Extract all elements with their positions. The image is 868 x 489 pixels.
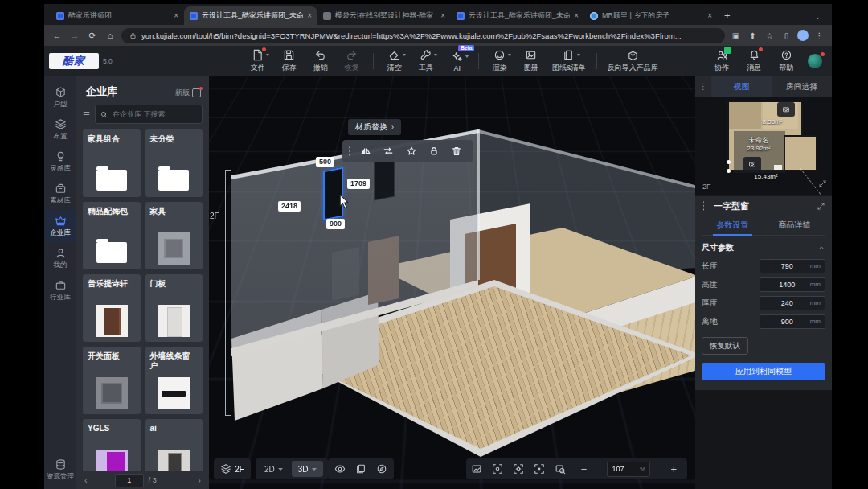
library-card[interactable]: YGLS <box>83 419 141 471</box>
rail-item-layout[interactable]: 布置 <box>44 113 76 146</box>
save-button[interactable]: 保存 <box>279 49 300 73</box>
category-list-icon[interactable]: ☰ <box>83 110 90 119</box>
swap-button[interactable] <box>377 146 399 157</box>
rail-item-enterprise[interactable]: 企业库 <box>44 210 76 242</box>
tools-button[interactable]: 工具 <box>416 49 436 73</box>
library-card[interactable]: 未分类 <box>145 129 203 197</box>
browser-tab-2-active[interactable]: 云设计工具_酷家乐讲师团_未命 × <box>184 6 317 25</box>
back-icon[interactable]: ← <box>51 31 63 40</box>
tab-view[interactable]: 视图 <box>711 76 772 97</box>
rail-item-mine[interactable]: 我的 <box>44 242 76 274</box>
drag-handle-icon[interactable] <box>347 146 351 157</box>
tab-close-icon[interactable]: × <box>440 11 445 20</box>
browser-tab-5[interactable]: MR顾里 | 乡下的房子 × <box>584 6 718 25</box>
tab-close-icon[interactable]: × <box>574 11 579 20</box>
snapshot-icon[interactable] <box>471 463 482 475</box>
search-input[interactable] <box>111 109 197 119</box>
center-focus-icon[interactable] <box>534 463 545 475</box>
library-card[interactable]: 外墙线条窗户 <box>145 347 203 414</box>
collaborate-button[interactable]: 协作 <box>711 49 732 73</box>
tab-room-select[interactable]: 房间选择 <box>772 76 832 97</box>
bookmark-star-icon[interactable]: ☆ <box>764 31 776 40</box>
floor-switcher[interactable]: 2F <box>214 458 251 479</box>
camera-marker[interactable] <box>777 102 795 117</box>
library-card[interactable]: 家具组合 <box>83 129 141 197</box>
tab-close-icon[interactable]: × <box>707 11 712 20</box>
visibility-eye-icon[interactable] <box>334 463 346 475</box>
rail-item-floorplan[interactable]: 户型 <box>44 81 76 113</box>
camera-marker[interactable] <box>743 157 761 171</box>
copy-pages-icon[interactable] <box>355 463 366 475</box>
album-button[interactable]: 图册 <box>521 49 542 73</box>
browser-tab-1[interactable]: 酷家乐讲师团 × <box>51 6 184 25</box>
help-button[interactable]: 帮助 <box>776 49 796 73</box>
side-panel-icon[interactable]: ▯ <box>780 31 792 40</box>
zoom-region-icon[interactable] <box>555 463 566 475</box>
tab-close-icon[interactable]: × <box>174 11 178 20</box>
mirror-button[interactable] <box>354 146 377 157</box>
minimap-resize-icon[interactable] <box>818 177 827 191</box>
reload-icon[interactable]: ⟳ <box>86 31 99 41</box>
rail-item-resources[interactable]: 资源管理 <box>44 454 76 486</box>
roam-compass-icon[interactable] <box>376 463 387 475</box>
page-number-input[interactable]: 1 <box>115 474 144 487</box>
file-button[interactable]: 文件 <box>248 49 268 73</box>
forward-icon[interactable]: → <box>68 31 81 40</box>
tab-product-details[interactable]: 商品详情 <box>764 216 825 235</box>
ai-button[interactable]: Beta AI <box>447 51 468 72</box>
messages-button[interactable]: 消息 <box>743 49 764 73</box>
home-icon[interactable]: ⌂ <box>104 31 117 40</box>
collapse-chevron-icon[interactable] <box>817 244 825 252</box>
3d-viewport[interactable]: 500 1709 2418 900 2F 材质替换 › <box>209 76 695 489</box>
library-card[interactable]: 家具 <box>145 202 203 269</box>
height-input[interactable]: 1400 mm <box>760 277 825 292</box>
capture-view-icon[interactable] <box>492 463 503 475</box>
rail-item-materials[interactable]: 素材库 <box>44 178 76 210</box>
capture-settings-icon[interactable] <box>513 463 524 475</box>
library-card[interactable]: ai <box>145 419 203 471</box>
panel-drag-icon[interactable]: ⋮ <box>695 82 711 91</box>
library-card[interactable]: 精品配饰包 <box>83 202 141 269</box>
rail-item-inspiration[interactable]: 灵感库 <box>44 146 76 178</box>
tab-close-icon[interactable]: × <box>307 11 312 20</box>
redo-button[interactable]: 恢复 <box>342 49 362 73</box>
zoom-out-button[interactable]: − <box>575 463 593 475</box>
undo-button[interactable]: 撤销 <box>310 49 331 73</box>
new-version-toggle[interactable]: 新版 <box>175 88 201 98</box>
material-replace-menu-item[interactable]: 材质替换 › <box>348 119 401 135</box>
tab-panel-icon[interactable]: ▣ <box>730 31 742 40</box>
clear-button[interactable]: 清空 <box>384 49 405 73</box>
prev-page-icon[interactable]: ‹ <box>84 475 88 485</box>
expand-icon[interactable] <box>817 202 825 211</box>
drawings-list-button[interactable]: 图纸&清单 <box>552 49 586 73</box>
thickness-input[interactable]: 240 mm <box>760 296 825 310</box>
library-card[interactable]: 门板 <box>145 274 203 342</box>
apply-to-same-models-button[interactable]: 应用到相同模型 <box>702 363 825 380</box>
zoom-in-button[interactable]: + <box>665 463 682 475</box>
address-field[interactable]: yun.kujiale.com/tool/h5/bim?designid=3FO… <box>121 28 725 43</box>
floorplan-minimap[interactable]: 8.56m² 未命名 23.92m² 15.43m² 2F — <box>695 97 832 195</box>
zoom-level-input[interactable]: 107 % <box>607 462 650 477</box>
library-card[interactable]: 普乐提诗轩 <box>83 274 141 342</box>
next-page-icon[interactable]: › <box>198 475 201 485</box>
render-button[interactable]: 渲染 <box>489 49 510 73</box>
library-search[interactable] <box>95 105 203 124</box>
lock-button[interactable] <box>423 146 445 157</box>
share-icon[interactable]: ⬆ <box>747 31 759 40</box>
tab-search-chevron-icon[interactable]: ⌄ <box>814 13 821 21</box>
elevation-input[interactable]: 900 mm <box>760 314 825 329</box>
reset-default-button[interactable]: 恢复默认 <box>702 337 748 355</box>
mode-2d-button[interactable]: 2D <box>258 465 289 474</box>
library-card[interactable]: 开关面板 <box>83 347 141 414</box>
favorite-button[interactable] <box>399 146 422 157</box>
new-tab-button[interactable]: + <box>724 10 731 22</box>
reverse-import-button[interactable]: 反向导入产品库 <box>608 49 658 73</box>
chrome-menu-icon[interactable]: ⋮ <box>813 31 825 40</box>
length-input[interactable]: 790 mm <box>760 259 825 273</box>
chrome-profile-avatar[interactable] <box>797 30 809 41</box>
tab-parameters[interactable]: 参数设置 <box>702 216 764 235</box>
drag-handle-icon[interactable] <box>702 200 706 212</box>
rail-item-industry[interactable]: 行业库 <box>44 274 76 306</box>
browser-tab-3[interactable]: 模袋云|在线别墅设计神器-酷家 × <box>317 6 451 25</box>
mode-3d-button[interactable]: 3D <box>292 461 323 477</box>
